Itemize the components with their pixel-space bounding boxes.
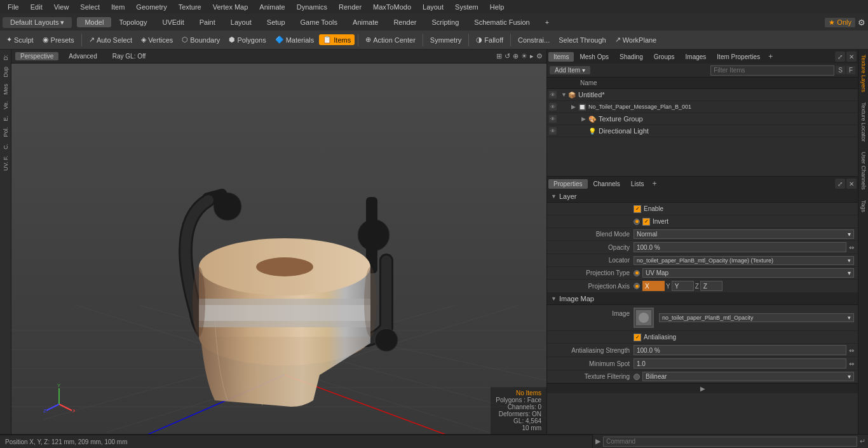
props-expand-btn[interactable]: ⤢: [835, 179, 845, 189]
filter-items-input[interactable]: [710, 65, 834, 76]
strip-tab-texture-locator[interactable]: Texture Locator: [859, 97, 868, 147]
axis-y-input[interactable]: [672, 281, 694, 291]
vis-eye-btn-2[interactable]: 👁: [549, 115, 557, 123]
tab-paint[interactable]: Paint: [192, 17, 223, 27]
left-tab-7[interactable]: C.: [1, 141, 10, 152]
tab-setup[interactable]: Setup: [259, 17, 293, 27]
menu-geometry[interactable]: Geometry: [131, 2, 172, 12]
command-input[interactable]: [603, 437, 857, 447]
props-close-btn[interactable]: ✕: [846, 179, 857, 189]
layout-settings-icon[interactable]: ⚙: [858, 18, 865, 27]
polygons-button[interactable]: ⬢ Polygons: [225, 34, 269, 45]
opacity-input[interactable]: 100.0 %: [634, 242, 846, 252]
symmetry-button[interactable]: Symmetry: [426, 35, 466, 45]
tab-game-tools[interactable]: Game Tools: [293, 17, 346, 27]
materials-button[interactable]: 🔷 Materials: [271, 34, 318, 45]
vp-icon-plus[interactable]: ⊕: [513, 52, 519, 60]
auto-select-button[interactable]: ↗ Auto Select: [85, 34, 136, 45]
items-tab-mesh-ops[interactable]: Mesh Ops: [574, 52, 614, 62]
tex-filter-dropdown[interactable]: Bilinear ▾: [642, 372, 854, 381]
menu-layout[interactable]: Layout: [417, 2, 449, 12]
vis-eye-btn-0[interactable]: 👁: [549, 91, 557, 98]
items-expand-btn[interactable]: ⤢: [835, 51, 845, 62]
props-tab-lists[interactable]: Lists: [626, 179, 649, 189]
items-tab-item-props[interactable]: Item Properties: [712, 52, 765, 62]
items-button[interactable]: 📋 Items: [319, 34, 355, 45]
vp-icon-grid[interactable]: ⊞: [496, 52, 502, 60]
presets-button[interactable]: ◉ Presets: [39, 34, 78, 45]
items-s-btn[interactable]: S: [836, 66, 845, 74]
tab-add-layout[interactable]: +: [538, 17, 557, 27]
menu-system[interactable]: System: [450, 2, 484, 12]
items-tab-groups[interactable]: Groups: [649, 52, 680, 62]
tab-animate[interactable]: Animate: [345, 17, 386, 27]
vp-tab-perspective[interactable]: Perspective: [15, 52, 58, 60]
items-tab-images[interactable]: Images: [681, 52, 712, 62]
menu-select[interactable]: Select: [75, 2, 105, 12]
proj-type-radio[interactable]: [634, 270, 640, 276]
items-close-btn[interactable]: ✕: [846, 51, 857, 62]
menu-texture[interactable]: Texture: [173, 2, 207, 12]
props-tab-add[interactable]: +: [649, 179, 659, 188]
vis-eye-btn-1[interactable]: 👁: [549, 103, 557, 111]
vp-tab-advanced[interactable]: Advanced: [64, 52, 102, 60]
scene-area[interactable]: X Z Y No Items Polygons : Face Channels:…: [11, 64, 546, 434]
star-only-badge[interactable]: ★ Only: [825, 18, 855, 27]
workplane-button[interactable]: ↗ WorkPlane: [611, 34, 661, 45]
blend-mode-dropdown[interactable]: Normal ▾: [634, 229, 854, 239]
select-through-button[interactable]: Select Through: [555, 35, 609, 45]
action-center-button[interactable]: ⊕ Action Center: [362, 34, 419, 45]
tab-layout[interactable]: Layout: [223, 17, 259, 27]
boundary-button[interactable]: ⬡ Boundary: [178, 34, 224, 45]
vp-tab-raygl[interactable]: Ray GL: Off: [107, 52, 151, 60]
tab-schematic-fusion[interactable]: Schematic Fusion: [466, 17, 537, 27]
image-dropdown[interactable]: no_toilet_paper_PlanB_mtl_Opacity ▾: [659, 313, 854, 322]
menu-item[interactable]: Item: [106, 2, 130, 12]
tab-model[interactable]: Model: [77, 17, 111, 27]
min-spot-input[interactable]: 1.0: [634, 358, 846, 369]
tex-filter-radio[interactable]: [634, 374, 640, 380]
menu-edit[interactable]: Edit: [25, 2, 48, 12]
tab-scripting[interactable]: Scripting: [424, 17, 467, 27]
menu-animate[interactable]: Animate: [254, 2, 290, 12]
locator-dropdown[interactable]: no_toilet_paper_PlanB_mtl_Opacity (Image…: [634, 256, 854, 265]
menu-help[interactable]: Help: [485, 2, 510, 12]
list-item-scene[interactable]: ▼ 📦 Untitled*: [559, 90, 858, 100]
list-item-mesh[interactable]: ▶ 🔲 No_Toilet_Paper_Message_Plan_B_001: [559, 102, 858, 112]
vp-icon-play[interactable]: ▸: [530, 52, 534, 60]
falloff-button[interactable]: ◑ Falloff: [472, 34, 507, 45]
aa-strength-scrubber[interactable]: ⇔: [849, 347, 854, 354]
tab-topology[interactable]: Topology: [111, 17, 154, 27]
command-arrow-icon[interactable]: ▶: [595, 437, 600, 445]
menu-view[interactable]: View: [49, 2, 74, 12]
viewport[interactable]: Perspective Advanced Ray GL: Off ⊞ ↺ ⊕ ☀…: [11, 50, 546, 434]
proj-type-dropdown[interactable]: UV Map ▾: [642, 268, 854, 278]
opacity-scrubber[interactable]: ⇔: [849, 244, 854, 251]
image-map-section-header[interactable]: ▼ Image Map: [547, 293, 858, 305]
sculpt-button[interactable]: ✦ Sculpt: [3, 34, 37, 45]
tab-uvedit[interactable]: UVEdit: [154, 17, 191, 27]
axis-z-input[interactable]: [700, 281, 722, 291]
vertices-button[interactable]: ◈ Vertices: [137, 34, 177, 45]
strip-tab-user-channels[interactable]: User Channels: [859, 147, 868, 195]
list-item-light[interactable]: 💡 Directional Light: [559, 126, 858, 136]
left-tab-4[interactable]: Ve.: [1, 98, 10, 112]
command-run-icon[interactable]: ↵: [860, 437, 865, 445]
vp-icon-settings[interactable]: ⚙: [536, 52, 543, 60]
vp-icon-rotate[interactable]: ↺: [505, 52, 510, 60]
antialiasing-checkbox[interactable]: ✓: [634, 334, 641, 341]
props-tab-properties[interactable]: Properties: [548, 179, 588, 189]
constrain-button[interactable]: Constrai...: [514, 35, 553, 45]
min-spot-scrubber[interactable]: ⇔: [849, 360, 854, 367]
menu-maxtomodo[interactable]: MaxToModo: [368, 2, 416, 12]
left-tab-1[interactable]: D:: [1, 52, 10, 63]
strip-tab-texture-layers[interactable]: Texture Layers: [859, 50, 868, 97]
layer-section-header[interactable]: ▼ Layer: [547, 191, 858, 203]
vp-icon-light[interactable]: ☀: [521, 52, 527, 60]
enable-checkbox[interactable]: ✓: [634, 205, 641, 213]
menu-file[interactable]: File: [3, 2, 24, 12]
items-tab-items[interactable]: Items: [548, 52, 574, 62]
left-tab-8[interactable]: UV. F.: [1, 153, 10, 173]
props-tab-channels[interactable]: Channels: [588, 179, 625, 189]
left-tab-5[interactable]: E.: [1, 113, 10, 124]
